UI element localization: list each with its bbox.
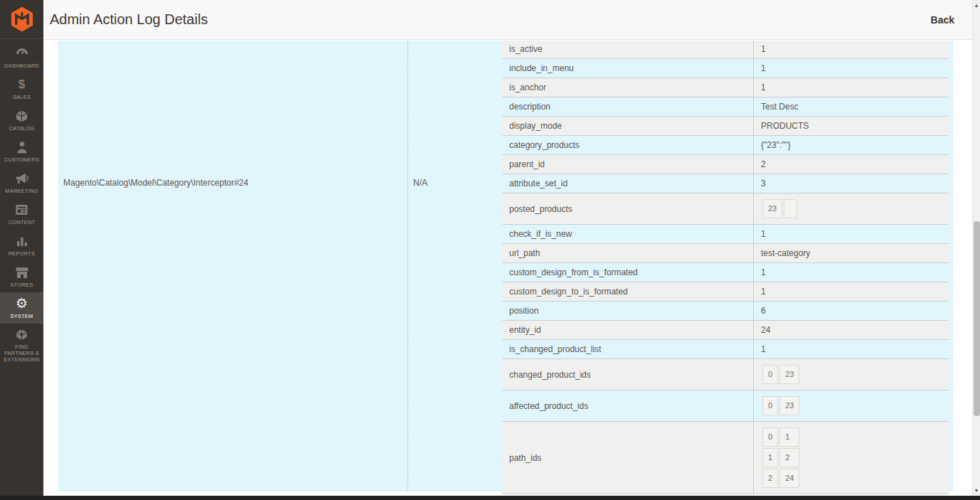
sidebar-item-stores[interactable]: STORES	[0, 261, 43, 292]
log-row: category_products{"23":""}	[502, 136, 949, 155]
magento-logo[interactable]	[0, 0, 43, 39]
log-value-cell: 1	[753, 225, 949, 243]
log-row: is_active1	[502, 41, 949, 59]
nested-value-table: 023	[761, 363, 801, 385]
nested-value-cell: 2	[762, 469, 778, 488]
sidebar-item-reports[interactable]: REPORTS	[0, 230, 43, 261]
page-header: Admin Action Log Details Back	[43, 0, 980, 40]
log-status-cell: N/A	[408, 41, 496, 491]
sidebar-item-find[interactable]: FIND PARTNERS & EXTENSIONS	[0, 324, 43, 366]
log-key-cell: attribute_set_id	[502, 174, 753, 193]
log-row: is_changed_product_list1	[502, 340, 949, 359]
sidebar-item-label: SYSTEM	[10, 313, 33, 319]
log-key-cell: category_products	[502, 136, 753, 154]
log-value-cell: Test Desc	[753, 97, 949, 116]
nested-value-cell: 1	[762, 448, 778, 467]
extensions-icon	[15, 327, 28, 341]
sidebar-item-label: CUSTOMERS	[4, 156, 40, 163]
log-row: path_ids0112224	[502, 422, 949, 494]
nested-value-table: 023	[761, 395, 801, 417]
log-key-cell: posted_products	[502, 193, 753, 224]
sidebar-item-content[interactable]: CONTENT	[0, 198, 43, 230]
nested-value-table: 23	[761, 198, 799, 220]
log-value-cell: 3	[753, 174, 949, 193]
log-value-cell: 1	[753, 59, 949, 78]
sidebar-item-label: CATALOG	[9, 125, 34, 132]
sidebar-item-marketing[interactable]: MARKETING	[0, 167, 43, 198]
log-value-cell: 23	[753, 193, 949, 224]
log-value-cell: 1	[753, 41, 949, 58]
log-value-cell: 1	[753, 263, 949, 282]
nested-value-cell: 24	[779, 469, 799, 488]
scroll-up-icon[interactable]: ▲	[973, 3, 980, 8]
nested-value-cell: 0	[762, 427, 778, 447]
sidebar-item-sales[interactable]: $SALES	[0, 73, 43, 105]
sidebar-item-system[interactable]: ⚙SYSTEM	[0, 292, 43, 324]
sidebar-item-label: FIND PARTNERS & EXTENSIONS	[2, 344, 42, 363]
vertical-scrollbar[interactable]: ▲ ▼	[972, 0, 980, 496]
log-value-cell: 023	[753, 359, 949, 390]
log-row: changed_product_ids023	[502, 359, 949, 390]
stores-icon	[15, 265, 29, 280]
log-details-table: Magento\Catalog\Model\Category\Intercept…	[58, 41, 953, 491]
back-button[interactable]: Back	[931, 0, 954, 40]
sidebar-item-label: CONTENT	[9, 219, 36, 225]
nested-value-cell: 1	[779, 427, 799, 447]
log-key-cell: description	[502, 97, 753, 116]
log-value-cell: PRODUCTS	[753, 117, 949, 135]
sidebar-item-label: REPORTS	[9, 250, 36, 257]
sidebar-item-label: MARKETING	[5, 188, 38, 194]
log-value-cell: {"23":""}	[753, 136, 949, 154]
main-content: Magento\Catalog\Model\Category\Intercept…	[43, 41, 980, 496]
content-icon	[15, 203, 28, 217]
nested-value-cell: 2	[779, 448, 799, 467]
nested-value-cell: 23	[762, 199, 782, 218]
log-row: check_if_is_new1	[502, 225, 949, 244]
sidebar-item-label: DASHBOARD	[4, 63, 39, 69]
log-value-cell: 1	[753, 78, 949, 97]
sales-icon: $	[18, 78, 25, 92]
log-row: custom_design_to_is_formated1	[502, 282, 949, 302]
log-value-cell: 0112224	[753, 422, 949, 494]
log-row: position6	[502, 302, 949, 321]
log-key-cell: custom_design_from_is_formated	[502, 263, 753, 282]
nested-value-table: 0112224	[761, 426, 801, 489]
sidebar-nav: DASHBOARD$SALESCATALOGCUSTOMERSMARKETING…	[0, 39, 43, 366]
log-value-cell: 1	[753, 340, 949, 358]
log-row: entity_id24	[502, 321, 949, 340]
log-key-cell: is_anchor	[502, 78, 753, 97]
log-value-cell: 023	[753, 390, 949, 421]
log-row: is_anchor1	[502, 78, 949, 97]
log-key-cell: display_mode	[502, 117, 753, 135]
nested-value-cell	[784, 199, 797, 218]
log-rows: is_active1include_in_menu1is_anchor1desc…	[502, 41, 949, 494]
marketing-icon	[15, 171, 29, 186]
log-row: posted_products23	[502, 193, 949, 225]
log-key-cell: include_in_menu	[502, 59, 753, 78]
log-key-cell: check_if_is_new	[502, 225, 753, 243]
nested-value-cell: 23	[779, 396, 799, 415]
log-object-name: Magento\Catalog\Model\Category\Intercept…	[59, 41, 408, 491]
page-title: Admin Action Log Details	[50, 11, 208, 28]
log-row: parent_id2	[502, 155, 949, 174]
sidebar-item-label: STORES	[11, 282, 33, 288]
log-value-cell: 6	[753, 302, 949, 320]
scroll-down-icon[interactable]: ▼	[973, 488, 980, 493]
log-key-cell: custom_design_to_is_formated	[502, 282, 753, 301]
log-row: descriptionTest Desc	[502, 97, 949, 117]
scrollbar-thumb[interactable]	[974, 221, 980, 416]
system-icon: ⚙	[16, 297, 28, 311]
log-value-cell: 24	[753, 321, 949, 339]
sidebar-item-label: SALES	[13, 94, 31, 100]
catalog-icon	[15, 109, 28, 123]
sidebar-item-catalog[interactable]: CATALOG	[0, 105, 43, 136]
horizontal-scrollbar[interactable]	[0, 496, 980, 500]
log-value-cell: 1	[753, 282, 949, 301]
log-row: attribute_set_id3	[502, 174, 949, 193]
nested-value-cell: 0	[762, 365, 778, 384]
nested-value-cell: 23	[779, 365, 799, 384]
sidebar-item-dashboard[interactable]: DASHBOARD	[0, 42, 43, 73]
log-key-cell: url_path	[502, 244, 753, 262]
log-row: include_in_menu1	[502, 59, 949, 78]
sidebar-item-customers[interactable]: CUSTOMERS	[0, 136, 43, 167]
